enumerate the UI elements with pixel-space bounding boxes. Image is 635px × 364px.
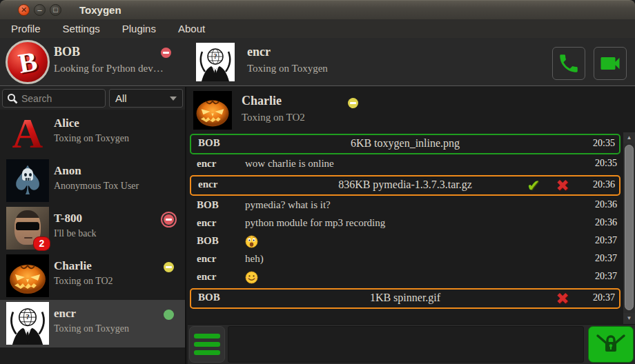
message-text: python module for mp3 recording: [245, 217, 385, 229]
message-sender: BOB: [197, 235, 245, 247]
text-message: encr heh) 20:37: [188, 251, 623, 269]
phone-icon: [557, 52, 580, 75]
video-call-button[interactable]: [594, 47, 627, 80]
banner-contact-name: Charlie: [242, 94, 282, 108]
scroll-down-icon[interactable]: ▼: [623, 313, 635, 324]
search-icon: [7, 93, 18, 104]
online-status-icon: [164, 310, 174, 320]
message-text: wow charlie is online: [245, 158, 334, 170]
minimize-window-icon[interactable]: –: [34, 4, 46, 16]
cancel-file-button[interactable]: ✖: [551, 288, 574, 309]
message-time: 20:36: [595, 199, 617, 210]
message-list: BOB 6KB toxygen_inline.png 20:35 encr wo…: [188, 132, 623, 324]
text-message: BOB pymedia? what is it? 20:36: [188, 197, 623, 215]
anon-avatar: ♠: [6, 159, 49, 202]
unread-count-badge: 2: [33, 236, 50, 251]
contact-status-message: I'll be back: [54, 228, 97, 239]
contact-row-encr[interactable]: ? encr Toxing on Toxygen: [0, 300, 185, 347]
contact-row-charlie[interactable]: Charlie Toxing on TO2: [0, 252, 185, 300]
video-camera-icon: [598, 51, 623, 76]
peer-status-message: Toxing on Toxygen: [247, 63, 328, 74]
contact-status-message: Toxing on Toxygen: [54, 133, 129, 144]
message-time: 20:37: [593, 292, 615, 303]
shocked-face-emoji: [245, 235, 258, 248]
message-time: 20:37: [595, 253, 617, 264]
self-status-message: Looking for Python dev…: [54, 63, 164, 74]
search-input[interactable]: [21, 93, 97, 104]
contact-row-t800[interactable]: T-800 I'll be back 2: [0, 205, 185, 252]
message-sender: BOB: [197, 199, 245, 211]
file-transfer-message: BOB 1KB spinner.gif ✖ 20:37: [190, 288, 621, 309]
text-message: encr python module for mp3 recording 20:…: [188, 215, 623, 233]
banner-status-message: Toxing on TO2: [242, 112, 305, 123]
message-time: 20:36: [593, 179, 615, 190]
menu-about[interactable]: About: [175, 21, 208, 36]
audio-call-button[interactable]: [552, 47, 585, 80]
menu-plugins[interactable]: Plugins: [119, 21, 159, 36]
menu-bar: Profile Settings Plugins About: [0, 19, 635, 38]
maximize-window-icon[interactable]: □: [50, 4, 61, 16]
title-bar: ✕ – □ Toxygen: [0, 0, 635, 19]
contact-row-anon[interactable]: ♠ Anon Anonymous Tox User: [0, 157, 185, 205]
contact-name: Anon: [54, 164, 81, 178]
contact-status-message: Anonymous Tox User: [54, 181, 139, 192]
skull-icon: [22, 168, 33, 181]
menu-profile[interactable]: Profile: [8, 21, 43, 36]
message-input[interactable]: [228, 326, 584, 363]
message-sender: encr: [197, 253, 245, 265]
message-time: 20:37: [595, 271, 617, 282]
encr-avatar: ?: [6, 302, 49, 345]
hamburger-menu-icon: [194, 334, 220, 338]
chat-contact-banner: Charlie Toxing on TO2: [188, 87, 635, 132]
svg-text:?: ?: [26, 312, 30, 321]
message-time: 20:35: [593, 138, 615, 149]
search-input-wrapper[interactable]: [2, 89, 106, 108]
emoji-message: encr 20:37: [188, 269, 623, 287]
contact-name: Alice: [54, 117, 79, 130]
message-sender: encr: [197, 217, 245, 229]
toxygen-window: ✕ – □ Toxygen Profile Settings Plugins A…: [0, 0, 635, 364]
chat-menu-button[interactable]: [189, 326, 225, 363]
file-transfer-label: 6KB toxygen_inline.png: [191, 137, 619, 150]
peer-avatar: ?: [196, 43, 235, 81]
contact-status-message: Toxing on TO2: [54, 276, 113, 287]
message-time: 20:35: [595, 158, 617, 169]
chevron-down-icon: [170, 97, 177, 101]
contact-name: Charlie: [54, 259, 92, 273]
send-encrypted-button[interactable]: [588, 326, 634, 363]
contact-filter-dropdown[interactable]: All: [109, 89, 183, 108]
message-text: pymedia? what is it?: [245, 199, 331, 211]
self-avatar[interactable]: B: [6, 40, 50, 84]
close-window-icon[interactable]: ✕: [18, 4, 30, 16]
contact-filter-value: All: [115, 92, 127, 104]
menu-settings[interactable]: Settings: [60, 21, 103, 36]
away-status-icon: [164, 262, 174, 272]
scroll-up-icon[interactable]: ▲: [623, 132, 635, 143]
contact-row-alice[interactable]: A Alice Toxing on Toxygen: [0, 110, 185, 157]
message-time: 20:37: [595, 235, 617, 246]
alice-avatar: A: [6, 112, 49, 154]
contact-name: T-800: [54, 212, 82, 225]
emoji-message: BOB 20:37: [188, 233, 623, 251]
contact-name: encr: [54, 307, 76, 321]
file-transfer-message: encr 836KB pymedia-1.3.7.3.tar.gz ✔ ✖ 20…: [190, 175, 621, 196]
busy-status-icon: [164, 214, 174, 225]
message-time: 20:36: [595, 217, 617, 228]
message-sender: encr: [197, 158, 245, 170]
decline-file-button[interactable]: ✖: [551, 175, 574, 196]
top-panel: B BOB Looking for Python dev… ? encr Tox…: [0, 38, 635, 86]
search-row: All: [0, 87, 185, 110]
accept-file-button[interactable]: ✔: [522, 175, 545, 196]
chat-area: Charlie Toxing on TO2 BOB 6KB toxygen_in…: [188, 87, 635, 364]
self-name: BOB: [54, 45, 80, 59]
window-title: Toxygen: [79, 4, 121, 16]
file-transfer-message: BOB 6KB toxygen_inline.png 20:35: [190, 134, 621, 154]
contact-status-message: Toxing on Toxygen: [54, 323, 129, 334]
message-sender: encr: [197, 271, 245, 283]
self-busy-status-icon: [161, 48, 171, 58]
messages-scrollbar[interactable]: ▲ ▼: [623, 132, 635, 324]
composer-bar: [188, 324, 635, 364]
scrollbar-thumb[interactable]: [625, 145, 634, 310]
smiling-face-emoji: [245, 271, 258, 284]
text-message: encr wow charlie is online 20:35: [188, 156, 623, 174]
